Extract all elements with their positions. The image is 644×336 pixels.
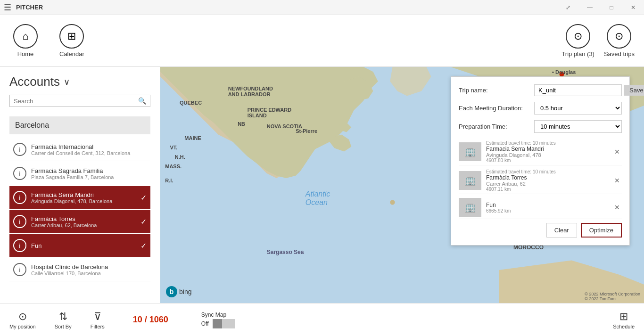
item-name: Fun <box>486 202 612 208</box>
nav-home[interactable]: ⌂ Home <box>9 20 41 61</box>
account-item-selected[interactable]: i Farmàcia Torres Carrer Aribau, 62, Bar… <box>9 210 150 233</box>
item-name: Farmacia Serra Mandri <box>486 146 612 152</box>
account-details: Farmacia Sagrada Familia Plaza Sagrada F… <box>31 167 147 180</box>
account-details: Farmàcia Torres Carrer Aribau, 62, Barce… <box>31 215 139 228</box>
account-details: Hospital Clínic de Barcelona Calle Villa… <box>31 263 147 276</box>
trip-name-row: Trip name: Save <box>459 84 622 96</box>
search-bar: 🔍 <box>9 95 150 107</box>
account-address: Carrer Aribau, 62, Barcelona <box>31 222 139 228</box>
svg-point-1 <box>390 200 395 205</box>
sync-toggle: Off <box>201 319 235 328</box>
account-address: Carrer del Consell de Cent, 312, Barcelo… <box>31 150 147 156</box>
remove-item-button[interactable]: ✕ <box>612 202 622 213</box>
schedule-button[interactable]: ⊞ Schedule <box>613 311 635 329</box>
trip-plan-label: Trip plan (3) <box>561 50 594 57</box>
account-item[interactable]: i Farmacia Internacional Carrer del Cons… <box>9 138 150 161</box>
maximize-button[interactable]: □ <box>601 0 622 15</box>
check-icon: ✓ <box>140 217 147 226</box>
info-icon: i <box>13 143 26 156</box>
app-title: PITCHER <box>16 4 43 11</box>
item-distance: 4607.80 km <box>486 158 612 163</box>
check-icon: ✓ <box>140 193 147 202</box>
remove-item-button[interactable]: ✕ <box>612 175 622 186</box>
prep-select[interactable]: 5 minutes 10 minutes 15 minutes 30 minut… <box>534 120 622 133</box>
info-icon: i <box>13 239 26 252</box>
minimize-button[interactable]: — <box>579 0 601 15</box>
titlebar: ☰ PITCHER ⤢ — □ ✕ <box>0 0 644 15</box>
sort-by-button[interactable]: ⇅ Sort By <box>55 311 72 329</box>
item-distance: 4607.11 km <box>486 187 612 192</box>
trip-item: 🏢 Estimated travel time: 10 minutes Farm… <box>459 167 622 194</box>
item-distance: 6665.92 km <box>486 208 612 213</box>
account-item[interactable]: i Farmacia Sagrada Familia Plaza Sagrada… <box>9 162 150 185</box>
record-count: 10 / 1060 <box>133 315 168 325</box>
account-name: Farmàcia Torres <box>31 215 139 222</box>
toggle-thumb <box>213 319 222 328</box>
nav-saved-trips[interactable]: ⊙ Saved trips <box>604 24 635 57</box>
accounts-dropdown-icon[interactable]: ∨ <box>64 77 70 87</box>
map-copyright: © 2022 Microsoft Corporation© 2022 TomTo… <box>585 292 640 301</box>
position-icon: ⊙ <box>18 311 27 323</box>
save-button[interactable]: Save <box>624 85 644 96</box>
top-nav-right: ⊙ Trip plan (3) ⊙ Saved trips <box>561 24 635 57</box>
account-item[interactable]: i Hospital Clínic de Barcelona Calle Vil… <box>9 258 150 281</box>
travel-time: Estimated travel time: 10 minutes <box>486 169 612 174</box>
trip-items: 🏢 Estimated travel time: 10 minutes Farm… <box>459 139 622 219</box>
account-item-selected[interactable]: i Fun ✓ <box>9 234 150 257</box>
sync-toggle-track[interactable] <box>213 319 235 328</box>
prep-time-row: Preparation Time: 5 minutes 10 minutes 1… <box>459 120 622 133</box>
close-button[interactable]: ✕ <box>622 0 644 15</box>
hamburger-icon[interactable]: ☰ <box>4 2 11 13</box>
sidebar: Accounts ∨ 🔍 Barcelona i Farmacia Intern… <box>0 67 160 303</box>
duration-select[interactable]: 0.5 hour 1 hour 1.5 hours 2 hours <box>534 102 622 115</box>
trip-item-info: Estimated travel time: 10 minutes Farmac… <box>486 140 612 163</box>
calendar-icon: ⊞ <box>59 24 84 49</box>
trip-panel: Trip name: Save Each Meeting Duration: 0… <box>451 76 630 246</box>
window-controls: ⤢ — □ ✕ <box>557 0 644 15</box>
trip-actions: Clear Optimize <box>459 223 622 238</box>
trip-item: 🏢 Fun 6665.92 km ✕ <box>459 196 622 219</box>
sortby-icon: ⇅ <box>59 311 67 323</box>
account-details: Farmacia Serra Mandri Avinguda Diagonal,… <box>31 191 139 204</box>
sortby-label: Sort By <box>55 324 72 329</box>
account-name: Fun <box>31 242 139 249</box>
nav-trip-plan[interactable]: ⊙ Trip plan (3) <box>561 24 594 57</box>
filters-label: Filters <box>91 324 105 329</box>
account-name: Farmacia Sagrada Familia <box>31 167 147 174</box>
trip-item-info: Estimated travel time: 10 minutes Farmàc… <box>486 169 612 192</box>
my-position-button[interactable]: ⊙ My position <box>9 311 36 329</box>
calendar-label: Calendar <box>59 50 84 57</box>
position-label: My position <box>9 324 36 329</box>
info-icon: i <box>13 167 26 180</box>
filters-button[interactable]: ⊽ Filters <box>91 311 105 329</box>
sync-state: Off <box>201 320 209 327</box>
svg-point-2 <box>559 72 564 76</box>
expand-button[interactable]: ⤢ <box>557 0 579 15</box>
trip-name-input[interactable] <box>534 84 622 96</box>
info-icon: i <box>13 215 26 228</box>
info-icon: i <box>13 191 26 204</box>
nav-calendar[interactable]: ⊞ Calendar <box>56 20 88 61</box>
account-list: i Farmacia Internacional Carrer del Cons… <box>0 138 160 303</box>
item-address: Carrer Aribau, 62 <box>486 181 612 187</box>
check-icon: ✓ <box>140 241 147 250</box>
account-item-selected[interactable]: i Farmacia Serra Mandri Avinguda Diagona… <box>9 186 150 209</box>
trip-item-thumbnail: 🏢 <box>459 142 481 161</box>
trip-item-info: Fun 6665.92 km <box>486 202 612 213</box>
clear-button[interactable]: Clear <box>546 223 577 238</box>
account-name: Farmacia Internacional <box>31 143 147 150</box>
search-input[interactable] <box>14 98 138 105</box>
optimize-button[interactable]: Optimize <box>581 223 622 238</box>
trip-name-label: Trip name: <box>459 87 534 94</box>
item-name: Farmàcia Torres <box>486 174 612 181</box>
trip-item-thumbnail: 🏢 <box>459 198 481 217</box>
duration-label: Each Meeting Duration: <box>459 105 534 112</box>
info-icon: i <box>13 263 26 276</box>
schedule-label: Schedule <box>613 324 635 329</box>
account-address: Plaza Sagrada Familia 7, Barcelona <box>31 174 147 180</box>
account-name: Farmacia Serra Mandri <box>31 191 139 198</box>
account-details: Farmacia Internacional Carrer del Consel… <box>31 143 147 156</box>
bing-watermark: b bing <box>166 286 191 297</box>
remove-item-button[interactable]: ✕ <box>612 146 622 157</box>
search-icon[interactable]: 🔍 <box>138 97 146 105</box>
